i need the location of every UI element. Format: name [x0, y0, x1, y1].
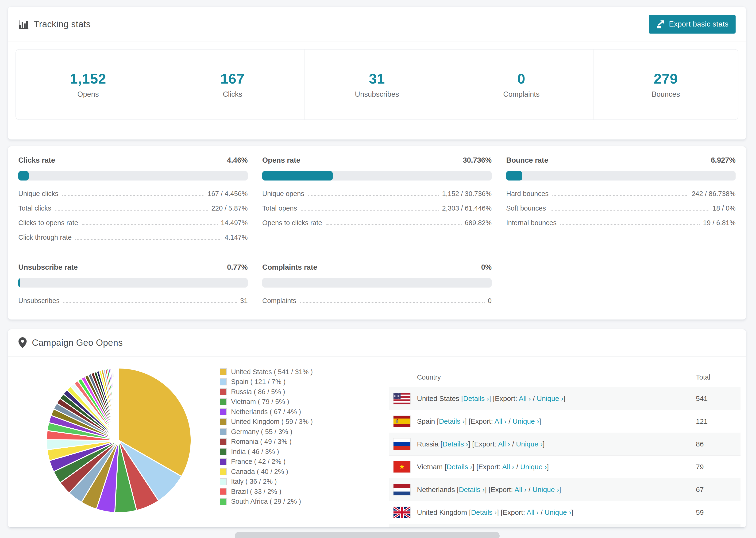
dotted-leader [62, 195, 204, 196]
details-link[interactable]: Details › [439, 417, 465, 425]
stat-value: 0 [517, 71, 525, 87]
table-row-us: United States [Details ›] [Export: All ›… [389, 387, 740, 410]
details-link[interactable]: Details › [463, 395, 489, 402]
rate-block-title: Unsubscribe rate [18, 263, 78, 272]
rate-row: Unsubscribes 31 [18, 297, 248, 305]
export-basic-stats-button[interactable]: Export basic stats [649, 15, 735, 33]
rate-block-value: 6.927% [711, 156, 735, 165]
details-link[interactable]: Details › [442, 440, 468, 448]
dotted-leader [300, 302, 485, 303]
legend-swatch [220, 378, 227, 385]
stat-cell-complaints: 0 Complaints [449, 50, 594, 120]
details-link[interactable]: Details › [459, 486, 485, 493]
table-row-gb: United Kingdom [Details ›] [Export: All … [389, 501, 740, 524]
rate-row: Clicks to opens rate 14.497% [18, 219, 248, 227]
export-all-link[interactable]: All › [495, 417, 507, 425]
geo-title: Campaign Geo Opens [18, 337, 123, 348]
dotted-leader [82, 224, 218, 225]
export-all-link[interactable]: All › [498, 440, 510, 448]
rate-row-value: 0 [488, 297, 492, 305]
flag-cell [389, 393, 417, 404]
rate-row: Total clicks 220 / 5.87% [18, 204, 248, 212]
geo-content: United States ( 541 / 31% ) Spain ( 121 … [8, 362, 746, 527]
export-unique-link[interactable]: Unique › [516, 440, 543, 448]
rate-block-title: Opens rate [262, 156, 300, 165]
legend-label: United Kingdom ( 59 / 3% ) [231, 418, 313, 426]
export-unique-link[interactable]: Unique › [537, 395, 563, 402]
tracking-stats-header: Tracking stats Export basic stats [8, 7, 746, 42]
rate-row: Internal bounces 19 / 6.81% [506, 219, 735, 227]
country-name: Russia [417, 440, 439, 448]
export-all-link[interactable]: All › [502, 463, 514, 471]
legend-item: France ( 42 / 2% ) [220, 457, 313, 467]
dotted-leader [308, 195, 439, 196]
progress-bar-fill [18, 171, 28, 181]
flag-es-icon [394, 416, 410, 427]
details-link[interactable]: Details › [471, 509, 497, 516]
rate-block-title: Clicks rate [18, 156, 55, 165]
country-cell: United States [Details ›] [Export: All ›… [417, 395, 696, 403]
legend-label: India ( 46 / 3% ) [231, 448, 279, 456]
details-link[interactable]: Details › [447, 463, 472, 471]
dotted-leader [301, 210, 439, 211]
stat-label: Complaints [503, 90, 540, 99]
country-cell: United Kingdom [Details ›] [Export: All … [417, 509, 696, 516]
flag-cell [389, 439, 417, 450]
rate-row-value: 19 / 6.81% [703, 219, 735, 227]
legend-item: Brazil ( 33 / 2% ) [220, 487, 313, 497]
column-header-country: Country [417, 373, 696, 381]
export-unique-link[interactable]: Unique › [520, 463, 547, 471]
country-cell: Spain [Details ›] [Export: All › / Uniqu… [417, 417, 696, 425]
rate-row-label: Hard bounces [506, 190, 549, 198]
rate-row: Complaints 0 [262, 297, 492, 305]
flag-nl-icon [394, 484, 410, 495]
table-row-de: Germany [Details ›] [Export: All › / Uni… [389, 524, 740, 528]
rate-row: Hard bounces 242 / 86.738% [506, 190, 735, 198]
rate-row-value: 2,303 / 61.446% [442, 204, 492, 212]
export-all-link[interactable]: All › [519, 395, 531, 402]
column-header-total: Total [696, 373, 740, 381]
rate-row-value: 167 / 4.456% [207, 190, 248, 198]
total-cell: 59 [696, 509, 740, 516]
legend-item: Canada ( 40 / 2% ) [220, 467, 313, 477]
legend-label: Vietnam ( 79 / 5% ) [231, 398, 289, 405]
legend-label: Italy ( 36 / 2% ) [231, 478, 277, 485]
legend-label: Brazil ( 33 / 2% ) [231, 488, 281, 496]
dotted-leader [326, 224, 461, 225]
legend-swatch [220, 498, 227, 505]
stat-cell-opens: 1,152 Opens [16, 50, 160, 120]
progress-bar-fill [18, 278, 20, 288]
legend-item: United States ( 541 / 31% ) [220, 367, 313, 377]
rate-row-label: Opens to clicks rate [262, 219, 322, 227]
rate-block-value: 0.77% [227, 263, 248, 272]
legend-swatch [220, 488, 227, 495]
country-name: Netherlands [417, 486, 455, 493]
geo-table-header: Country Total [389, 367, 740, 387]
total-cell: 86 [696, 440, 740, 448]
rate-block-value: 0% [481, 263, 492, 272]
legend-item: Italy ( 36 / 2% ) [220, 477, 313, 487]
country-cell: Vietnam [Details ›] [Export: All › / Uni… [417, 463, 696, 471]
export-all-link[interactable]: All › [514, 486, 527, 493]
geo-header: Campaign Geo Opens [8, 329, 746, 356]
stat-cell-clicks: 167 Clicks [160, 50, 305, 120]
stat-label: Bounces [652, 90, 680, 99]
rate-row-value: 220 / 5.87% [211, 204, 248, 212]
horizontal-scrollbar-thumb[interactable] [235, 532, 500, 538]
export-icon [656, 20, 665, 29]
progress-bar-track [262, 278, 492, 288]
rate-row-label: Clicks to opens rate [18, 219, 78, 227]
legend-item: Spain ( 121 / 7% ) [220, 377, 313, 387]
country-name: United Kingdom [417, 509, 467, 516]
dotted-leader [553, 195, 688, 196]
legend-item: United Kingdom ( 59 / 3% ) [220, 417, 313, 427]
legend-item: Russia ( 86 / 5% ) [220, 387, 313, 397]
legend-swatch [220, 418, 227, 425]
export-unique-link[interactable]: Unique › [545, 509, 571, 516]
legend-swatch [220, 428, 227, 435]
tracking-stats-card: Tracking stats Export basic stats 1,152 … [8, 7, 746, 140]
export-unique-link[interactable]: Unique › [532, 486, 559, 493]
export-all-link[interactable]: All › [527, 509, 539, 516]
tracking-stats-title: Tracking stats [18, 19, 91, 29]
export-unique-link[interactable]: Unique › [513, 417, 539, 425]
